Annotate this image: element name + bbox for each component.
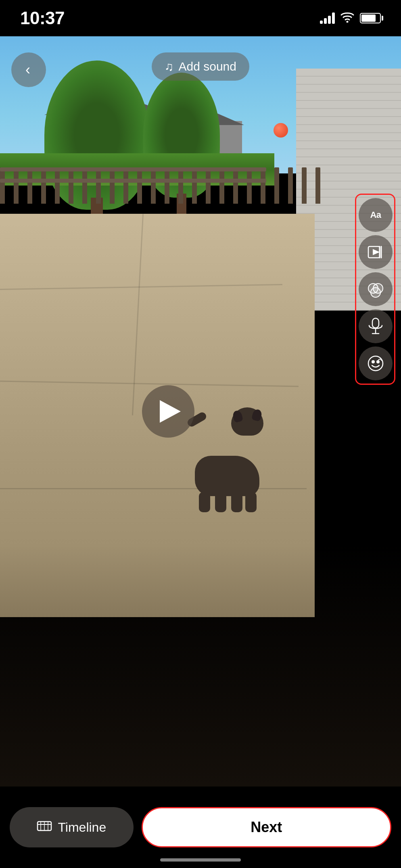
dog-leg-2	[215, 492, 226, 512]
dog-ear-right	[251, 409, 263, 422]
signal-icon	[320, 13, 335, 24]
dog-head	[231, 407, 263, 436]
home-indicator	[160, 858, 241, 862]
svg-point-0	[347, 21, 349, 23]
dog-body	[195, 456, 259, 496]
driveway-shadow	[0, 545, 401, 787]
timeline-label: Timeline	[58, 820, 106, 835]
mic-icon	[367, 317, 384, 336]
video-container: ‹ ♫ Add sound Aa	[0, 36, 401, 787]
svg-point-13	[377, 361, 379, 363]
dog-leg-4	[245, 492, 257, 512]
back-arrow-icon: ‹	[25, 61, 30, 78]
svg-point-12	[372, 361, 374, 363]
dog	[183, 407, 272, 512]
next-button[interactable]: Next	[142, 807, 391, 847]
music-note-icon: ♫	[165, 60, 174, 73]
status-time: 10:37	[20, 8, 65, 28]
text-tool-label: Aa	[370, 210, 381, 220]
battery-icon	[360, 13, 381, 23]
wifi-icon	[340, 11, 354, 26]
color-tool-button[interactable]	[359, 272, 393, 306]
ball	[274, 123, 288, 138]
status-icons	[320, 11, 381, 26]
svg-point-7	[371, 288, 380, 297]
add-sound-label: Add sound	[179, 60, 236, 73]
timeline-icon	[37, 820, 52, 835]
add-sound-button[interactable]: ♫ Add sound	[152, 52, 249, 81]
timeline-button[interactable]: Timeline	[10, 807, 134, 847]
svg-rect-8	[372, 318, 379, 328]
text-tool-button[interactable]: Aa	[359, 198, 393, 232]
svg-marker-2	[373, 250, 379, 255]
sticker-icon	[366, 354, 385, 373]
dog-leg-1	[199, 492, 210, 512]
template-tool-button[interactable]	[359, 235, 393, 269]
right-toolbar: Aa	[355, 194, 395, 385]
color-filter-icon	[366, 280, 385, 299]
back-button[interactable]: ‹	[11, 52, 46, 87]
play-triangle-icon	[160, 400, 181, 423]
fence	[0, 155, 274, 204]
play-button[interactable]	[142, 385, 194, 438]
svg-point-11	[368, 356, 383, 371]
template-icon	[367, 243, 384, 261]
next-label: Next	[251, 819, 282, 836]
dog-ear-left	[232, 410, 243, 423]
sticker-tool-button[interactable]	[359, 346, 393, 380]
status-bar: 10:37	[0, 0, 401, 36]
mic-tool-button[interactable]	[359, 309, 393, 343]
tree-left	[40, 61, 153, 230]
bottom-controls: Timeline Next	[0, 787, 401, 868]
dog-leg-3	[231, 492, 242, 512]
